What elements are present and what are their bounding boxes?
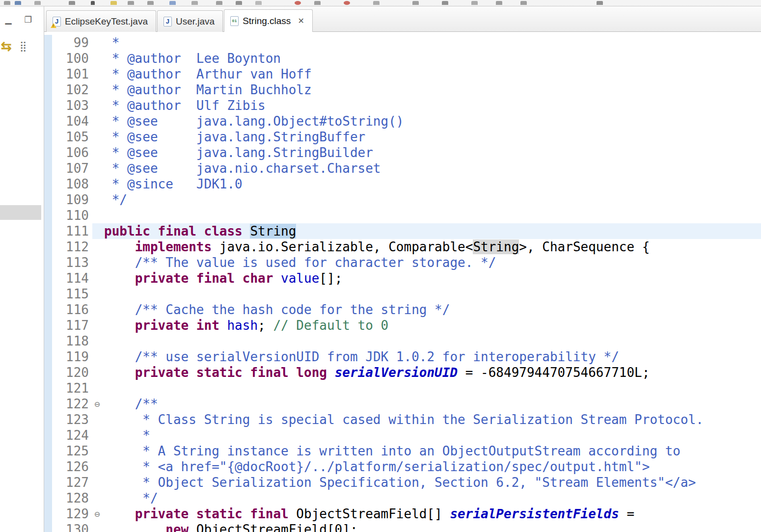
code-line[interactable]: 118: [44, 333, 761, 349]
code-line[interactable]: 105 * @see java.lang.StringBuffer: [44, 129, 761, 145]
code-text[interactable]: [102, 333, 761, 349]
code-line[interactable]: 110: [44, 208, 761, 223]
code-text[interactable]: * @see java.lang.StringBuffer: [102, 129, 761, 145]
code-text[interactable]: /** Cache the hash code for the string *…: [102, 302, 761, 318]
code-text[interactable]: implements java.io.Serializable, Compara…: [102, 239, 761, 255]
close-tab-icon[interactable]: ✕: [298, 16, 304, 26]
code-text[interactable]: * @see java.lang.StringBuilder: [102, 145, 761, 160]
annotation-strip: [44, 365, 52, 380]
code-text[interactable]: * Object Serialization Specification, Se…: [102, 475, 761, 490]
code-text[interactable]: * @author Lee Boynton: [102, 51, 761, 66]
code-line[interactable]: 99 *: [44, 35, 761, 51]
line-number: 120: [52, 365, 92, 380]
code-text[interactable]: [102, 380, 761, 396]
code-text[interactable]: * @author Martin Buchholz: [102, 82, 761, 98]
editor-tab-0[interactable]: JEclipseKeyTest.java: [46, 10, 156, 32]
annotation-strip: [44, 490, 52, 506]
code-line[interactable]: 117 private int hash; // Default to 0: [44, 318, 761, 333]
code-line[interactable]: 122⊖ /**: [44, 396, 761, 412]
code-text[interactable]: * @see java.lang.Object#toString(): [102, 113, 761, 129]
annotation-strip: [44, 396, 52, 412]
code-text[interactable]: * @since JDK1.0: [102, 176, 761, 192]
line-number: 122: [52, 396, 92, 412]
code-line[interactable]: 128 */: [44, 490, 761, 506]
code-text[interactable]: /**: [102, 396, 761, 412]
annotation-strip: [44, 522, 52, 532]
code-line[interactable]: 111public final class String: [44, 223, 761, 239]
code-area[interactable]: 99 *100 * @author Lee Boynton101 * @auth…: [44, 32, 761, 532]
code-text[interactable]: private static final ObjectStreamField[]…: [102, 506, 761, 522]
editor-tab-2[interactable]: 01String.class✕: [224, 9, 313, 32]
line-number: 110: [52, 208, 92, 223]
code-text[interactable]: private int hash; // Default to 0: [102, 318, 761, 333]
code-text[interactable]: private final char value[];: [102, 270, 761, 286]
code-text[interactable]: * A String instance is written into an O…: [102, 443, 761, 459]
fold-gutter: [92, 176, 102, 192]
fold-gutter: [92, 239, 102, 255]
code-line[interactable]: 112 implements java.io.Serializable, Com…: [44, 239, 761, 255]
annotation-strip: [44, 98, 52, 113]
code-text[interactable]: * @see java.nio.charset.Charset: [102, 160, 761, 176]
line-number: 109: [52, 192, 92, 208]
annotation-strip: [44, 145, 52, 160]
code-text[interactable]: private static final long serialVersionU…: [102, 365, 761, 380]
code-line[interactable]: 100 * @author Lee Boynton: [44, 51, 761, 66]
code-text[interactable]: new ObjectStreamField[0];: [102, 522, 761, 532]
fold-gutter: [92, 333, 102, 349]
code-line[interactable]: 114 private final char value[];: [44, 270, 761, 286]
editor-tab-1[interactable]: JUser.java: [157, 10, 223, 32]
code-line[interactable]: 127 * Object Serialization Specification…: [44, 475, 761, 490]
code-line[interactable]: 125 * A String instance is written into …: [44, 443, 761, 459]
code-text[interactable]: */: [102, 490, 761, 506]
code-text[interactable]: [102, 208, 761, 223]
code-text[interactable]: *: [102, 427, 761, 443]
toolbar-clipped-icons[interactable]: [0, 0, 761, 6]
dots-grid-icon[interactable]: ⣿: [20, 41, 27, 51]
code-text[interactable]: /** The value is used for character stor…: [102, 255, 761, 270]
code-line[interactable]: 123 * Class String is special cased with…: [44, 412, 761, 427]
code-line[interactable]: 103 * @author Ulf Zibis: [44, 98, 761, 113]
code-line[interactable]: 121: [44, 380, 761, 396]
code-line[interactable]: 120 private static final long serialVers…: [44, 365, 761, 380]
code-line[interactable]: 113 /** The value is used for character …: [44, 255, 761, 270]
class-file-icon: 01: [230, 16, 239, 26]
fold-collapse-icon[interactable]: ⊖: [92, 506, 102, 522]
code-text[interactable]: * @author Arthur van Hoff: [102, 66, 761, 82]
code-line[interactable]: 115: [44, 286, 761, 302]
minimize-icon[interactable]: ▁: [3, 14, 14, 25]
sync-arrows-icon[interactable]: ⇆: [1, 40, 12, 53]
code-text[interactable]: [102, 286, 761, 302]
code-line[interactable]: 129⊖ private static final ObjectStreamFi…: [44, 506, 761, 522]
code-text[interactable]: public final class String: [102, 223, 761, 239]
code-line[interactable]: 101 * @author Arthur van Hoff: [44, 66, 761, 82]
code-line[interactable]: 106 * @see java.lang.StringBuilder: [44, 145, 761, 160]
code-line[interactable]: 107 * @see java.nio.charset.Charset: [44, 160, 761, 176]
code-text[interactable]: * @author Ulf Zibis: [102, 98, 761, 113]
code-line[interactable]: 130 new ObjectStreamField[0];: [44, 522, 761, 532]
line-number: 129: [52, 506, 92, 522]
code-line[interactable]: 102 * @author Martin Buchholz: [44, 82, 761, 98]
code-text[interactable]: */: [102, 192, 761, 208]
code-text[interactable]: /** use serialVersionUID from JDK 1.0.2 …: [102, 349, 761, 365]
code-line[interactable]: 119 /** use serialVersionUID from JDK 1.…: [44, 349, 761, 365]
restore-icon[interactable]: ❐: [23, 14, 33, 25]
code-text[interactable]: * <a href="{@docRoot}/../platform/serial…: [102, 459, 761, 475]
code-line[interactable]: 109 */: [44, 192, 761, 208]
line-number: 105: [52, 129, 92, 145]
java-file-warning-icon: J: [53, 17, 61, 27]
code-line[interactable]: 126 * <a href="{@docRoot}/../platform/se…: [44, 459, 761, 475]
code-text[interactable]: * Class String is special cased within t…: [102, 412, 761, 427]
line-number: 111: [52, 223, 92, 239]
left-sidebar: ▁ ❐ ⇆ ⣿: [0, 6, 44, 532]
code-line[interactable]: 116 /** Cache the hash code for the stri…: [44, 302, 761, 318]
code-line[interactable]: 104 * @see java.lang.Object#toString(): [44, 113, 761, 129]
annotation-strip: [44, 239, 52, 255]
fold-collapse-icon[interactable]: ⊖: [92, 396, 102, 412]
code-line[interactable]: 124 *: [44, 427, 761, 443]
line-number: 118: [52, 333, 92, 349]
annotation-strip: [44, 349, 52, 365]
code-line[interactable]: 108 * @since JDK1.0: [44, 176, 761, 192]
fold-gutter: [92, 113, 102, 129]
fold-gutter: [92, 192, 102, 208]
code-text[interactable]: *: [102, 35, 761, 51]
